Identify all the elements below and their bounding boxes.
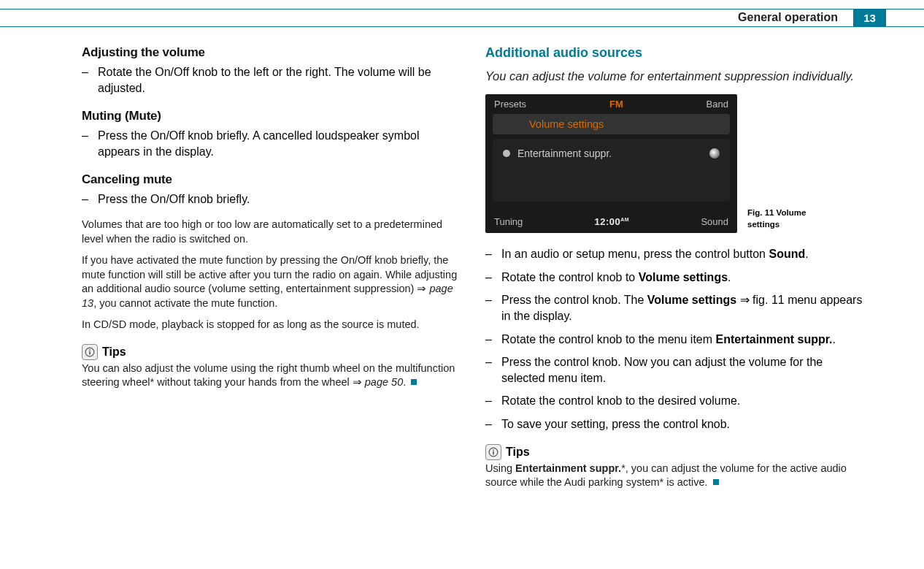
svg-point-1: [89, 349, 91, 351]
section-heading-audio-sources: Additional audio sources: [485, 45, 866, 61]
tips-bold: Entertainment suppr.: [515, 462, 621, 474]
mmi-fm: FM: [609, 99, 623, 110]
step-text: Rotate the control knob to: [501, 271, 639, 283]
list-item: Press the control knob. The Volume setti…: [485, 292, 866, 324]
arrow-icon: ⇒: [417, 283, 426, 294]
mmi-main-panel: Entertainment suppr.: [493, 139, 730, 202]
list-item: Press the On/Off knob briefly.: [82, 191, 462, 207]
tips-body-left: You can also adjust the volume using the…: [82, 362, 462, 390]
info-icon: [485, 444, 501, 460]
mmi-time-ampm: AM: [620, 217, 629, 222]
end-square-icon: [411, 379, 417, 385]
list-item: Rotate the control knob to Volume settin…: [485, 270, 866, 286]
step-text: Rotate the control knob to the menu item: [501, 333, 716, 345]
tips-block-right: Tips Using Entertainment suppr.*, you ca…: [485, 444, 866, 490]
body-p2-b: , you cannot activate the mute function.: [93, 297, 277, 309]
step-text: .: [728, 271, 731, 283]
list-item: Rotate the On/Off knob to the left or th…: [82, 64, 462, 96]
mmi-tuning: Tuning: [494, 216, 523, 227]
list-item: Rotate the control knob to the menu item…: [485, 332, 866, 348]
body-p2: If you have activated the mute function …: [82, 253, 462, 310]
list-steps: In an audio or setup menu, press the con…: [485, 246, 866, 432]
tips-text: Using: [485, 462, 515, 474]
list-item: Press the On/Off knob briefly. A cancell…: [82, 128, 462, 159]
mmi-sound: Sound: [701, 216, 728, 227]
header-rule-top: [0, 9, 924, 9]
tips-text-b: .: [403, 376, 406, 388]
step-text: .: [805, 248, 808, 260]
body-p2-a: If you have activated the mute function …: [82, 254, 457, 294]
mmi-presets: Presets: [494, 99, 526, 110]
step-bold: Volume settings: [647, 294, 736, 306]
mmi-dot-icon: [503, 150, 510, 157]
list-item: Press the control knob. Now you can adju…: [485, 354, 866, 386]
step-text: In an audio or setup menu, press the con…: [501, 248, 769, 260]
body-p3: In CD/SD mode, playback is stopped for a…: [82, 318, 462, 332]
left-column: Adjusting the volume Rotate the On/Off k…: [82, 45, 462, 497]
mmi-time-value: 12:00: [595, 216, 621, 227]
tips-block-left: Tips You can also adjust the volume usin…: [82, 344, 462, 390]
mmi-bottom-row: Tuning 12:00AM Sound: [494, 216, 728, 227]
mmi-entertainment-left: Entertainment suppr.: [503, 148, 612, 159]
list-item: To save your setting, press the control …: [485, 416, 866, 432]
section-title: General operation: [738, 11, 838, 24]
header-rule-bottom: [0, 26, 924, 27]
tips-label: Tips: [506, 446, 530, 459]
step-bold: Entertainment suppr.: [716, 333, 833, 345]
arrow-icon: ⇒: [353, 376, 362, 388]
list-item: Rotate the control knob to the desired v…: [485, 393, 866, 409]
step-bold: Sound: [769, 248, 805, 260]
mmi-volume-settings-band: Volume settings: [493, 114, 730, 134]
mmi-selection-marker-icon: [709, 148, 720, 159]
mmi-entertainment-row: Entertainment suppr.: [503, 148, 720, 159]
list-item: In an audio or setup menu, press the con…: [485, 246, 866, 262]
body-p1: Volumes that are too high or too low are…: [82, 218, 462, 246]
svg-rect-5: [493, 451, 494, 454]
intro-text: You can adjust the volume for entertainm…: [485, 68, 866, 84]
mmi-top-row: Presets FM Band: [485, 94, 737, 112]
content-area: Adjusting the volume Rotate the On/Off k…: [82, 45, 866, 497]
tips-label: Tips: [102, 345, 126, 359]
tips-header: Tips: [82, 344, 462, 360]
info-icon: [82, 344, 98, 360]
mmi-band: Band: [707, 99, 728, 110]
list-muting: Press the On/Off knob briefly. A cancell…: [82, 128, 462, 159]
mmi-time: 12:00AM: [595, 216, 630, 227]
figure-11: Presets FM Band Volume settings Entertai…: [485, 94, 866, 233]
step-text: Press the control knob. The: [501, 294, 647, 306]
step-bold: Volume settings: [639, 271, 728, 283]
step-text: .: [833, 333, 836, 345]
svg-rect-2: [89, 351, 91, 355]
tips-body-right: Using Entertainment suppr.*, you can adj…: [485, 462, 866, 490]
heading-muting: Muting (Mute): [82, 109, 462, 123]
end-square-icon: [713, 479, 719, 485]
page-number: 13: [853, 9, 886, 27]
tips-header: Tips: [485, 444, 866, 460]
mmi-entertainment-label: Entertainment suppr.: [517, 148, 612, 159]
svg-point-4: [493, 449, 494, 451]
mmi-display: Presets FM Band Volume settings Entertai…: [485, 94, 737, 233]
right-column: Additional audio sources You can adjust …: [485, 45, 866, 497]
list-canceling-mute: Press the On/Off knob briefly.: [82, 191, 462, 207]
page-ref: page 50: [365, 376, 403, 388]
list-adjusting-volume: Rotate the On/Off knob to the left or th…: [82, 64, 462, 96]
figure-caption: Fig. 11 Volume settings: [747, 207, 813, 230]
heading-adjusting-volume: Adjusting the volume: [82, 45, 462, 60]
heading-canceling-mute: Canceling mute: [82, 172, 462, 187]
